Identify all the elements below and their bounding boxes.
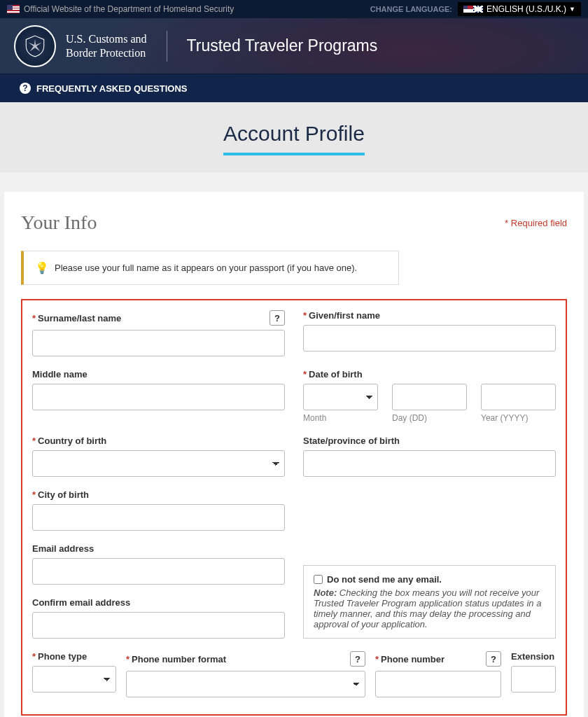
faq-link[interactable]: ? FREQUENTLY ASKED QUESTIONS <box>20 83 188 94</box>
faq-label: FREQUENTLY ASKED QUESTIONS <box>36 83 188 94</box>
no-email-label: Do not send me any email. <box>327 574 442 585</box>
us-flag-icon <box>463 6 473 13</box>
profile-card: Your Info * Required field 💡 Please use … <box>4 192 584 717</box>
page-title: Account Profile <box>223 122 365 155</box>
dob-year-input[interactable] <box>481 384 556 410</box>
country-label: *Country of birth <box>32 436 285 446</box>
program-title: Trusted Traveler Programs <box>187 36 378 55</box>
divider <box>167 31 167 62</box>
state-label: State/province of birth <box>303 436 556 446</box>
cbp-seal-icon <box>14 25 56 67</box>
city-input[interactable] <box>32 504 285 531</box>
dob-year-sublabel: Year (YYYY) <box>481 413 556 423</box>
middle-name-input[interactable] <box>32 384 285 410</box>
dob-day-sublabel: Day (DD) <box>392 413 467 423</box>
official-website-bar: Official Website of the Department of Ho… <box>0 0 588 18</box>
dob-month-sublabel: Month <box>303 413 378 423</box>
dob-label: *Date of birth <box>303 369 556 380</box>
given-name-input[interactable] <box>303 325 556 351</box>
extension-input[interactable] <box>511 666 556 692</box>
confirm-email-label: Confirm email address <box>32 597 285 608</box>
dob-day-input[interactable] <box>392 384 467 410</box>
faq-bar: ? FREQUENTLY ASKED QUESTIONS <box>0 74 588 102</box>
middle-name-label: Middle name <box>32 369 285 380</box>
us-flag-icon <box>7 5 20 13</box>
change-language-label: CHANGE LANGUAGE: <box>370 5 452 13</box>
page-title-area: Account Profile <box>0 102 588 172</box>
form-highlighted-area: *Surname/last name ? *Given/first name M… <box>21 299 567 716</box>
confirm-email-input[interactable] <box>32 612 285 639</box>
phone-format-select[interactable] <box>126 671 365 697</box>
uk-flag-icon <box>473 6 483 13</box>
city-label: *City of birth <box>32 489 285 500</box>
given-name-label: *Given/first name <box>303 310 556 321</box>
phone-type-label: *Phone type <box>32 651 116 662</box>
question-icon: ? <box>20 83 31 94</box>
email-input[interactable] <box>32 558 285 585</box>
section-title: Your Info <box>21 211 97 234</box>
country-select[interactable] <box>32 450 285 477</box>
chevron-down-icon: ▼ <box>569 6 575 13</box>
no-email-checkbox[interactable] <box>314 575 323 584</box>
agency-line1: U.S. Customs and <box>66 32 147 46</box>
agency-line2: Border Protection <box>66 46 147 60</box>
language-value: ENGLISH (U.S./U.K.) <box>486 4 566 14</box>
extension-label: Extension <box>511 651 556 662</box>
phone-number-label: *Phone number ? <box>375 651 501 667</box>
agency-name: U.S. Customs and Border Protection <box>66 32 147 59</box>
phone-number-help-button[interactable]: ? <box>486 651 501 667</box>
email-note-box: Do not send me any email. Note: Checking… <box>303 565 556 639</box>
phone-format-label: *Phone number format ? <box>126 651 365 667</box>
site-header: U.S. Customs and Border Protection Trust… <box>0 18 588 74</box>
state-input[interactable] <box>303 450 556 477</box>
phone-number-input[interactable] <box>375 671 501 697</box>
surname-help-button[interactable]: ? <box>270 310 285 326</box>
dob-month-select[interactable] <box>303 384 378 410</box>
required-field-note: * Required field <box>505 218 567 228</box>
note-text: Checking the box means you will not rece… <box>314 587 541 629</box>
phone-type-select[interactable] <box>32 666 116 692</box>
official-website-text: Official Website of the Department of Ho… <box>24 4 234 14</box>
surname-input[interactable] <box>32 330 285 356</box>
tip-text: Please use your full name as it appears … <box>55 263 357 273</box>
note-prefix: Note: <box>314 587 337 598</box>
email-label: Email address <box>32 543 285 554</box>
name-tip: 💡 Please use your full name as it appear… <box>21 251 399 285</box>
language-dropdown[interactable]: ENGLISH (U.S./U.K.) ▼ <box>458 2 581 16</box>
phone-format-help-button[interactable]: ? <box>350 651 365 667</box>
surname-label: *Surname/last name ? <box>32 310 285 326</box>
lightbulb-icon: 💡 <box>35 261 49 274</box>
